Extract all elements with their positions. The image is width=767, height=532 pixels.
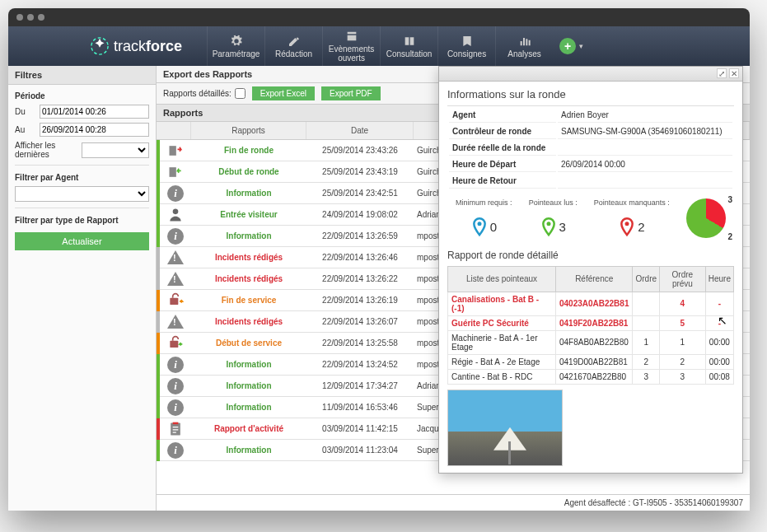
panel-expand-icon[interactable]: ⤢ — [717, 68, 727, 78]
svg-point-9 — [546, 222, 550, 226]
row-type-icon — [160, 250, 191, 264]
detail-row[interactable]: Régie - Bat A - 2e Etage0419D00AB22B8122… — [448, 354, 734, 369]
row-date: 25/09/2014 23:43:26 — [306, 146, 414, 155]
info-val — [558, 141, 732, 156]
pie-chart — [686, 198, 726, 238]
pin-read-icon — [540, 217, 557, 238]
svg-point-3 — [173, 208, 179, 214]
info-val: 26/09/2014 00:00 — [558, 157, 732, 172]
col-rapports[interactable]: Rapports — [191, 122, 306, 139]
nav-analyses-icon — [518, 35, 531, 48]
export-pdf-button[interactable]: Export PDF — [321, 86, 381, 100]
detail-row[interactable]: Cantine - Bat B - RDC0421670AB22B803300:… — [448, 369, 734, 384]
row-date: 22/09/2014 13:25:58 — [306, 338, 414, 348]
row-report: Information — [191, 381, 306, 390]
nav-consultation[interactable]: Consultation — [380, 26, 437, 66]
row-report: Incidents rédigés — [191, 317, 306, 326]
export-title: Export des Rapports — [163, 69, 252, 79]
logo-text-a: track — [114, 38, 146, 55]
svg-point-8 — [477, 222, 481, 226]
row-type-icon — [160, 292, 191, 309]
detail-row[interactable]: Guérite PC Sécurité0419F20AB22B815- — [448, 315, 734, 330]
logo: trackforce — [8, 37, 207, 55]
export-excel-button[interactable]: Export Excel — [252, 86, 315, 100]
nav-parametrage-icon — [230, 35, 243, 48]
panel-title: Informations sur la ronde — [447, 88, 734, 100]
row-type-icon — [160, 272, 191, 286]
nav-analyses[interactable]: Analyses — [495, 26, 553, 66]
info-key: Heure de Retour — [449, 174, 556, 189]
row-type-icon: i — [160, 378, 191, 394]
row-date: 22/09/2014 13:26:59 — [306, 231, 414, 240]
detail-col[interactable]: Ordre — [633, 266, 660, 292]
col-date[interactable]: Date — [306, 122, 414, 139]
nav-redaction[interactable]: Rédaction — [264, 26, 322, 66]
detail-table: Liste des pointeauxRéférenceOrdreOrdre p… — [447, 266, 734, 385]
row-report: Début de service — [191, 338, 306, 348]
info-val: Adrien Boyer — [558, 108, 732, 123]
row-report: Information — [191, 360, 306, 369]
show-last-select[interactable] — [82, 142, 150, 158]
pin-miss-value: 2 — [638, 220, 644, 234]
nav-evenements[interactable]: Evènements ouverts — [322, 26, 380, 66]
sidebar-filters: Filtres Période Du Au Afficher les derni… — [8, 66, 157, 511]
detail-checkbox[interactable] — [235, 88, 246, 99]
panel-close-icon[interactable]: ✕ — [729, 68, 739, 78]
logo-text-b: force — [146, 38, 182, 55]
nav-consultation-icon — [403, 35, 416, 48]
row-type-icon: i — [160, 185, 191, 202]
row-type-icon: i — [160, 399, 191, 416]
row-type-icon: i — [160, 357, 191, 373]
row-type-icon — [160, 421, 191, 437]
nav-evenements-icon — [345, 30, 358, 43]
filter-agent-select[interactable] — [15, 186, 149, 202]
row-date: 25/09/2014 23:42:51 — [306, 189, 414, 198]
refresh-button[interactable]: Actualiser — [15, 232, 149, 250]
row-date: 03/09/2014 11:23:04 — [306, 446, 414, 455]
row-report: Incidents rédigés — [191, 274, 306, 283]
svg-point-10 — [625, 222, 629, 226]
detail-col[interactable]: Heure — [705, 266, 733, 292]
info-key: Agent — [449, 108, 556, 123]
pin-read-value: 3 — [559, 220, 566, 234]
to-input[interactable] — [40, 123, 149, 137]
row-date: 22/09/2014 13:26:19 — [306, 296, 414, 305]
period-label: Période — [15, 91, 149, 100]
panel-subtitle: Rapport de ronde détaillé — [447, 250, 734, 261]
nav-parametrage[interactable]: Paramétrage — [207, 26, 264, 66]
nav-consignes[interactable]: Consignes — [437, 26, 495, 66]
ronde-photo — [447, 390, 563, 466]
detail-row[interactable]: Machinerie - Bat A - 1er Etage04F8AB0AB2… — [448, 330, 734, 354]
svg-rect-5 — [170, 340, 178, 347]
footer-right: Agent désaffecté : GT-I9505 - 3535140601… — [564, 498, 743, 507]
row-report: Entrée visiteur — [191, 210, 306, 219]
top-nav: trackforce ParamétrageRédactionEvènement… — [8, 26, 750, 66]
row-date: 12/09/2014 17:34:27 — [306, 381, 414, 390]
ronde-info-table: AgentAdrien BoyerContrôleur de rondeSAMS… — [447, 105, 734, 190]
info-key: Contrôleur de ronde — [449, 124, 556, 139]
nav-add-caret[interactable]: ▾ — [579, 42, 583, 50]
from-input[interactable] — [40, 105, 149, 119]
pin-read-label: Pointeaux lus : — [529, 198, 578, 215]
nav-add-button[interactable]: + — [559, 38, 576, 54]
row-report: Information — [191, 231, 306, 240]
svg-rect-6 — [171, 422, 180, 435]
traffic-dot[interactable] — [38, 14, 44, 21]
detail-row[interactable]: Canalisations - Bat B - (-1)04023A0AB22B… — [448, 292, 734, 315]
detail-col[interactable]: Référence — [555, 266, 633, 292]
row-report: Fin de service — [191, 296, 306, 305]
row-report: Information — [191, 446, 306, 455]
row-date: 22/09/2014 13:26:07 — [306, 317, 414, 326]
detail-col[interactable]: Liste des pointeaux — [448, 266, 556, 292]
to-label: Au — [15, 125, 36, 134]
row-date: 03/09/2014 11:42:15 — [306, 424, 414, 433]
svg-rect-7 — [173, 422, 179, 424]
traffic-dot[interactable] — [27, 14, 34, 21]
nav-consignes-icon — [461, 35, 474, 48]
filter-agent-label: Filtrer par Agent — [15, 173, 149, 182]
filters-title: Filtres — [8, 66, 156, 85]
filter-type-label: Filtrer par type de Rapport — [15, 216, 149, 225]
detail-col[interactable]: Ordre prévu — [660, 266, 706, 292]
detail-label: Rapports détaillés: — [163, 89, 232, 98]
traffic-dot[interactable] — [16, 14, 23, 21]
